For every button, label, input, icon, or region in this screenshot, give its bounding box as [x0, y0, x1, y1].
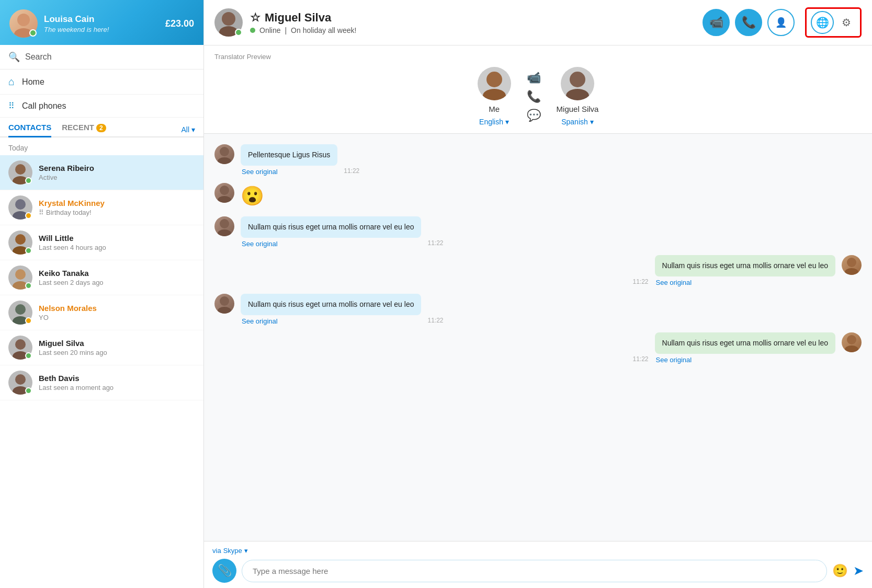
chat-bottom: via Skype ▾ 📎 🙂 ➤ — [204, 541, 872, 588]
contact-avatar-nelson — [8, 301, 32, 325]
msg-bubble-1: Pellentesque Ligus Risus — [241, 144, 337, 166]
translator-icon: 🌐 — [816, 16, 829, 29]
will-name: Will Little — [39, 234, 195, 243]
svg-point-12 — [15, 339, 26, 350]
keiko-status — [25, 282, 32, 289]
beth-info: Beth Davis Last seen a moment ago — [39, 374, 195, 391]
tab-recent[interactable]: RECENT2 — [62, 123, 106, 137]
msg-content-1: Pellentesque Ligus Risus See original — [241, 144, 337, 176]
message-row-3: Nullam quis risus eget urna mollis ornar… — [214, 216, 862, 248]
miguel-lang-select[interactable]: Spanish ▾ — [561, 118, 594, 126]
msg-text-6: Nullam quis risus eget urna mollis ornar… — [662, 339, 828, 347]
tab-all[interactable]: All ▾ — [181, 125, 195, 134]
msg-avatar-5 — [214, 294, 234, 314]
me-lang-select[interactable]: English ▾ — [479, 118, 509, 126]
send-button[interactable]: ➤ — [853, 563, 864, 578]
msg-bubble-4: Nullam quis risus eget urna mollis ornar… — [655, 255, 835, 276]
contact-item-will[interactable]: Will Little Last seen 4 hours ago — [0, 225, 203, 260]
svg-point-30 — [220, 296, 229, 306]
add-contact-button[interactable]: 👤 — [767, 9, 795, 36]
nelson-name: Nelson Morales — [39, 304, 195, 313]
contact-online-label: Online — [259, 26, 280, 34]
serena-sub: Active — [39, 174, 195, 181]
attach-button[interactable]: 📎 — [212, 559, 236, 583]
krystal-sub: ⠿ Birthday today! — [39, 209, 195, 216]
sidebar-item-call-phones[interactable]: ⠿ Call phones — [0, 95, 203, 118]
msg-content-3: Nullam quis risus eget urna mollis ornar… — [241, 216, 421, 248]
sidebar-item-home-label: Home — [22, 77, 44, 87]
translator-divider: 📹 📞 💬 — [511, 71, 557, 122]
contact-item-keiko[interactable]: Keiko Tanaka Last seen 2 days ago — [0, 260, 203, 295]
settings-button[interactable]: ⚙ — [837, 13, 856, 32]
translator-button[interactable]: 🌐 — [811, 11, 834, 34]
via-label: via Skype ▾ — [212, 547, 864, 555]
sidebar-item-home[interactable]: ⌂ Home — [0, 70, 203, 95]
chat-actions: 📹 📞 👤 🌐 ⚙ — [703, 7, 862, 38]
message-input[interactable] — [242, 560, 827, 582]
translator-person-miguel: Miguel Silva Spanish ▾ — [557, 67, 599, 126]
message-row-6: Nullam quis risus eget urna mollis ornar… — [214, 332, 862, 364]
svg-point-14 — [15, 374, 26, 385]
emoji-button[interactable]: 🙂 — [832, 563, 848, 578]
will-sub: Last seen 4 hours ago — [39, 244, 195, 251]
svg-point-26 — [220, 219, 229, 228]
msg-see-original-6[interactable]: See original — [655, 356, 835, 364]
svg-point-27 — [218, 229, 231, 236]
tabs-bar: CONTACTS RECENT2 All ▾ — [0, 118, 203, 137]
svg-point-19 — [483, 89, 506, 100]
serena-name: Serena Ribeiro — [39, 164, 195, 172]
emoji-icon: 🙂 — [832, 563, 848, 578]
miguel-info: Miguel Silva Last seen 20 mins ago — [39, 339, 195, 356]
video-call-icon: 📹 — [709, 16, 723, 29]
phone-call-button[interactable]: 📞 — [735, 9, 762, 36]
keiko-name: Keiko Tanaka — [39, 269, 195, 278]
msg-avatar-1 — [214, 144, 234, 164]
miguel-lang: Spanish — [561, 118, 588, 126]
contact-avatar-krystal — [8, 195, 32, 220]
svg-point-23 — [218, 157, 231, 164]
contact-item-beth[interactable]: Beth Davis Last seen a moment ago — [0, 365, 203, 400]
translator-preview-label: Translator Preview — [214, 53, 862, 61]
profile-info: Louisa Cain The weekend is here! — [44, 14, 109, 33]
msg-emoji-2: 😮 — [241, 183, 264, 209]
msg-time-1: 11:22 — [344, 167, 359, 176]
contact-item-nelson[interactable]: Nelson Morales YO — [0, 295, 203, 330]
msg-see-original-4[interactable]: See original — [655, 279, 835, 286]
krystal-status — [25, 212, 32, 219]
profile-avatar-wrap — [9, 9, 38, 38]
msg-content-6: Nullam quis risus eget urna mollis ornar… — [655, 332, 835, 364]
msg-bubble-6: Nullam quis risus eget urna mollis ornar… — [655, 332, 835, 354]
msg-text-3: Nullam quis risus eget urna mollis ornar… — [248, 223, 414, 231]
msg-see-original-1[interactable]: See original — [241, 168, 337, 176]
via-service[interactable]: Skype — [223, 547, 242, 555]
via-chevron: ▾ — [244, 547, 248, 555]
svg-point-18 — [486, 72, 502, 87]
video-divider-icon: 📹 — [527, 71, 541, 85]
msg-avatar-2 — [214, 183, 234, 203]
svg-point-8 — [15, 269, 26, 280]
separator: | — [285, 26, 287, 34]
star-icon[interactable]: ☆ — [250, 11, 261, 25]
msg-text-5: Nullam quis risus eget urna mollis ornar… — [248, 300, 414, 308]
tab-contacts[interactable]: CONTACTS — [8, 123, 51, 137]
contact-item-serena[interactable]: Serena Ribeiro Active — [0, 155, 203, 190]
search-bar[interactable]: 🔍 Search — [0, 45, 203, 70]
chat-title: ☆ Miguel Silva — [250, 11, 695, 25]
miguel-lang-chevron: ▾ — [590, 118, 594, 126]
miguel-chat-name: Miguel Silva — [557, 105, 599, 113]
sidebar-header: Louisa Cain The weekend is here! £23.00 — [0, 0, 203, 45]
contact-item-krystal[interactable]: Krystal McKinney ⠿ Birthday today! — [0, 190, 203, 225]
contact-item-miguel[interactable]: Miguel Silva Last seen 20 mins ago — [0, 330, 203, 365]
svg-point-24 — [220, 186, 229, 195]
chat-divider-icon: 💬 — [527, 109, 541, 122]
call-phones-icon: ⠿ — [8, 101, 15, 111]
contact-avatar-miguel — [8, 336, 32, 360]
msg-see-original-5[interactable]: See original — [241, 317, 421, 325]
svg-point-25 — [218, 196, 231, 203]
profile-area[interactable]: Louisa Cain The weekend is here! — [9, 9, 109, 38]
beth-sub: Last seen a moment ago — [39, 384, 195, 391]
video-call-button[interactable]: 📹 — [703, 9, 730, 36]
msg-see-original-3[interactable]: See original — [241, 240, 421, 248]
chat-subtitle: Online | On holiday all week! — [250, 26, 695, 34]
msg-avatar-6 — [842, 332, 862, 352]
